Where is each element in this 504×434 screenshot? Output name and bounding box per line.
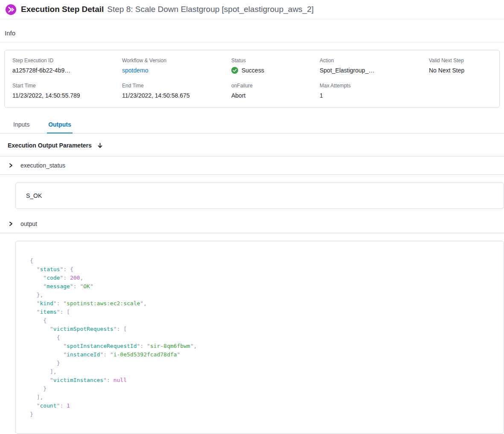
param-name: execution_status: [20, 162, 65, 169]
code-line: "victimInstances": null: [30, 376, 493, 385]
field-value: No Next Step: [429, 67, 492, 74]
code-line: "message": "OK": [30, 282, 493, 291]
code-line: "victimSpotRequests": [: [30, 325, 493, 333]
page-header: Execution Step Detail Step 8: Scale Down…: [0, 0, 504, 19]
field-step-execution-id: Step Execution ID a125728f-6b22-4b9…: [12, 58, 122, 74]
code-token: [30, 317, 43, 324]
code-token: }: [57, 360, 60, 366]
code-token: ": [30, 351, 67, 358]
code-token: victimSpotRequests: [53, 326, 114, 332]
param-row-output[interactable]: output: [0, 215, 504, 233]
field-value: 11/23/2022, 14:50:58.675: [122, 92, 231, 99]
code-token: sir-8qm6fbwm: [150, 343, 190, 349]
field-max-attempts: Max Attempts 1: [320, 83, 429, 99]
code-token: [30, 368, 50, 375]
code-token: ": [30, 300, 40, 307]
page-subtitle: Step 8: Scale Down Elastgroup [spot_elas…: [107, 5, 314, 14]
code-token: ,: [40, 394, 43, 400]
code-token: ,: [53, 368, 57, 375]
chevron-right-icon[interactable]: [8, 163, 13, 168]
code-line: {: [30, 257, 493, 265]
code-line: {: [30, 333, 493, 342]
code-line: "kind": "spotinst:aws:ec2:scale",: [30, 299, 493, 308]
code-token: 1: [67, 402, 70, 409]
code-token: victimInstances: [53, 377, 103, 383]
code-token: 200: [70, 275, 80, 281]
code-line: {: [30, 316, 493, 325]
code-token: ": [177, 351, 180, 358]
code-token: items: [40, 309, 56, 315]
code-token: ",: [140, 300, 147, 307]
field-value: 1: [320, 92, 429, 99]
tab-outputs[interactable]: Outputs: [47, 119, 73, 133]
code-token: ":: [103, 377, 113, 383]
tab-inputs[interactable]: Inputs: [12, 119, 31, 133]
code-line: "count": 1: [30, 402, 493, 410]
code-token: ": [30, 326, 53, 332]
field-label: Max Attempts: [320, 83, 429, 89]
field-label: onFailure: [231, 83, 320, 89]
code-token: code: [47, 275, 60, 281]
code-token: ": [90, 283, 93, 289]
code-token: {: [30, 258, 33, 264]
code-token: [30, 360, 57, 366]
code-token: {: [57, 334, 60, 341]
field-valid-next-step: Valid Next Step No Next Step: [429, 58, 492, 74]
code-token: spotInstanceRequestId: [67, 343, 137, 349]
code-line: "status": {: [30, 265, 493, 274]
field-label: End Time: [122, 83, 231, 89]
code-token: ",: [190, 343, 197, 349]
success-check-icon: [231, 67, 238, 74]
code-token: ": [30, 343, 67, 349]
code-token: ": ": [100, 351, 113, 358]
field-workflow-version: Workflow & Version spotdemo: [122, 58, 231, 74]
code-line: "code": 200,: [30, 274, 493, 282]
output-parameters-header: Execution Output Parameters: [0, 133, 504, 156]
code-token: ": [30, 266, 40, 272]
code-token: {: [43, 317, 47, 324]
code-token: ":: [114, 326, 123, 332]
field-value: Abort: [231, 92, 320, 99]
field-onfailure: onFailure Abort: [231, 83, 320, 99]
code-token: {: [70, 266, 73, 272]
field-value: Spot_Elastigroup_…: [320, 67, 429, 74]
status-badge: Success: [231, 67, 320, 74]
chevron-right-icon[interactable]: [8, 221, 13, 226]
field-label: Step Execution ID: [12, 58, 122, 64]
code-token: ":: [57, 402, 67, 409]
code-token: ":: [57, 309, 67, 315]
workflow-link[interactable]: spotdemo: [122, 67, 231, 74]
code-line: }: [30, 359, 493, 367]
field-label: Start Time: [12, 83, 122, 89]
param-row-execution-status[interactable]: execution_status: [0, 156, 504, 175]
code-token: ": ": [70, 283, 83, 289]
field-label: Valid Next Step: [429, 58, 492, 64]
field-label: Workflow & Version: [122, 58, 231, 64]
code-token: ,: [40, 292, 43, 298]
code-token: [30, 334, 57, 341]
code-line: "spotInstanceRequestId": "sir-8qm6fbwm",: [30, 342, 493, 350]
code-token: }: [30, 411, 33, 417]
code-token: status: [40, 266, 60, 272]
code-token: message: [47, 283, 70, 289]
code-line: }: [30, 410, 493, 419]
field-value: 11/23/2022, 14:50:55.789: [12, 92, 122, 99]
code-token: [30, 385, 43, 392]
code-line: "items": [: [30, 308, 493, 316]
json-code-block: { "status": { "code": 200, "message": "O…: [30, 257, 493, 419]
field-label: Action: [320, 58, 429, 64]
code-token: ":: [60, 266, 70, 272]
code-token: [30, 292, 37, 298]
arrow-down-icon[interactable]: [97, 142, 103, 149]
tab-bar: Inputs Outputs: [0, 119, 504, 133]
app-logo-icon: [5, 4, 17, 15]
code-token: count: [40, 402, 56, 409]
field-action: Action Spot_Elastigroup_…: [320, 58, 429, 74]
code-token: }: [43, 385, 47, 392]
code-token: ": [30, 283, 47, 289]
param-name: output: [20, 220, 37, 227]
code-token: ":: [60, 275, 70, 281]
code-line: },: [30, 291, 493, 299]
code-token: ": ": [53, 300, 67, 307]
output-parameters-title: Execution Output Parameters: [8, 142, 92, 149]
